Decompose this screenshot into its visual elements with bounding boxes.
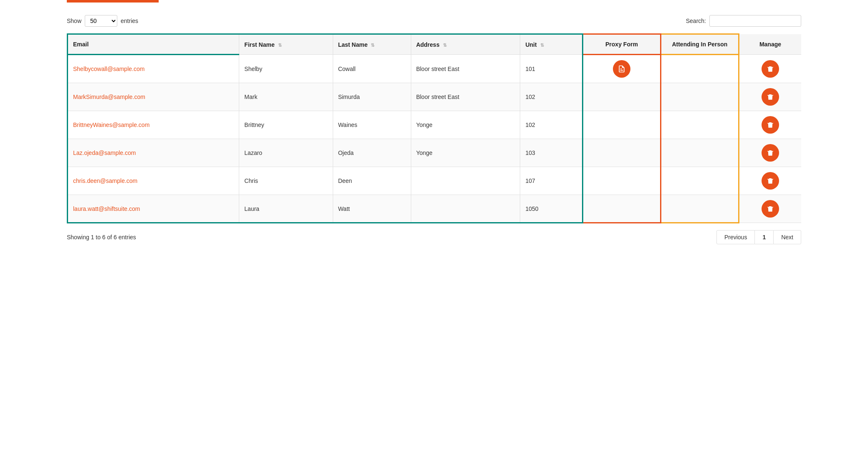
sort-icon-address: ⇅: [443, 43, 447, 48]
col-header-manage: Manage: [739, 34, 801, 55]
lastname-cell: Waines: [333, 111, 411, 139]
proxy-form-cell: [582, 139, 660, 167]
page-1-button[interactable]: 1: [755, 230, 773, 244]
col-header-firstname[interactable]: First Name ⇅: [239, 34, 333, 55]
table-row: Shelbycowall@sample.comShelbyCowallBloor…: [68, 55, 802, 83]
delete-button[interactable]: [762, 172, 779, 190]
show-label: Show: [67, 18, 81, 24]
search-box: Search:: [686, 15, 801, 27]
email-link[interactable]: MarkSimurda@sample.com: [73, 94, 145, 100]
manage-cell: [739, 111, 801, 139]
pagination-controls: Previous 1 Next: [716, 230, 801, 244]
previous-button[interactable]: Previous: [716, 230, 755, 244]
delete-button[interactable]: [762, 88, 779, 106]
table-row: Laz.ojeda@sample.comLazaroOjedaYonge103: [68, 139, 802, 167]
entries-label: entries: [121, 18, 138, 24]
proxy-form-button[interactable]: [613, 60, 630, 78]
manage-cell: [739, 167, 801, 195]
manage-cell: [739, 195, 801, 223]
attending-cell: [660, 195, 739, 223]
manage-cell: [739, 139, 801, 167]
email-link[interactable]: Laz.ojeda@sample.com: [73, 149, 136, 156]
sort-icon-firstname: ⇅: [278, 43, 282, 48]
table-row: laura.watt@shiftsuite.comLauraWatt1050: [68, 195, 802, 223]
firstname-cell: Chris: [239, 167, 333, 195]
manage-cell: [739, 55, 801, 83]
lastname-cell: Ojeda: [333, 139, 411, 167]
email-link[interactable]: Shelbycowall@sample.com: [73, 66, 144, 72]
data-table: Email First Name ⇅ Last Name ⇅ Address ⇅…: [67, 33, 801, 223]
attending-cell: [660, 167, 739, 195]
search-label: Search:: [686, 18, 706, 24]
email-link[interactable]: chris.deen@sample.com: [73, 177, 137, 184]
attending-cell: [660, 83, 739, 111]
email-link[interactable]: BrittneyWaines@sample.com: [73, 122, 149, 128]
col-header-attending: Attending In Person: [660, 34, 739, 55]
proxy-form-cell: [582, 83, 660, 111]
col-header-address[interactable]: Address ⇅: [411, 34, 520, 55]
firstname-cell: Mark: [239, 83, 333, 111]
proxy-form-cell: [582, 55, 660, 83]
table-row: BrittneyWaines@sample.comBrittneyWainesY…: [68, 111, 802, 139]
table-row: MarkSimurda@sample.comMarkSimurdaBloor s…: [68, 83, 802, 111]
unit-cell: 102: [520, 83, 583, 111]
unit-cell: 103: [520, 139, 583, 167]
col-header-unit[interactable]: Unit ⇅: [520, 34, 583, 55]
address-cell: Bloor street East: [411, 83, 520, 111]
address-cell: [411, 195, 520, 223]
proxy-form-cell: [582, 167, 660, 195]
sort-icon-unit: ⇅: [540, 43, 544, 48]
email-link[interactable]: laura.watt@shiftsuite.com: [73, 205, 140, 212]
col-header-email: Email: [68, 34, 239, 55]
entries-select[interactable]: 50 10 25 100: [85, 15, 117, 27]
table-row: chris.deen@sample.comChrisDeen107: [68, 167, 802, 195]
unit-cell: 102: [520, 111, 583, 139]
attending-cell: [660, 55, 739, 83]
firstname-cell: Lazaro: [239, 139, 333, 167]
unit-cell: 1050: [520, 195, 583, 223]
lastname-cell: Simurda: [333, 83, 411, 111]
sort-icon-lastname: ⇅: [371, 43, 375, 48]
lastname-cell: Watt: [333, 195, 411, 223]
manage-cell: [739, 83, 801, 111]
address-cell: [411, 167, 520, 195]
attending-cell: [660, 139, 739, 167]
proxy-form-cell: [582, 111, 660, 139]
unit-cell: 107: [520, 167, 583, 195]
lastname-cell: Deen: [333, 167, 411, 195]
delete-button[interactable]: [762, 116, 779, 134]
proxy-form-cell: [582, 195, 660, 223]
pagination-info: Showing 1 to 6 of 6 entries: [67, 234, 136, 241]
address-cell: Yonge: [411, 139, 520, 167]
unit-cell: 101: [520, 55, 583, 83]
firstname-cell: Laura: [239, 195, 333, 223]
search-input[interactable]: [709, 15, 801, 27]
col-header-lastname[interactable]: Last Name ⇅: [333, 34, 411, 55]
delete-button[interactable]: [762, 200, 779, 218]
show-entries-control: Show 50 10 25 100 entries: [67, 15, 138, 27]
delete-button[interactable]: [762, 60, 779, 78]
next-button[interactable]: Next: [773, 230, 801, 244]
address-cell: Bloor street East: [411, 55, 520, 83]
firstname-cell: Brittney: [239, 111, 333, 139]
col-header-proxy: Proxy Form: [582, 34, 660, 55]
lastname-cell: Cowall: [333, 55, 411, 83]
address-cell: Yonge: [411, 111, 520, 139]
attending-cell: [660, 111, 739, 139]
firstname-cell: Shelby: [239, 55, 333, 83]
delete-button[interactable]: [762, 144, 779, 162]
